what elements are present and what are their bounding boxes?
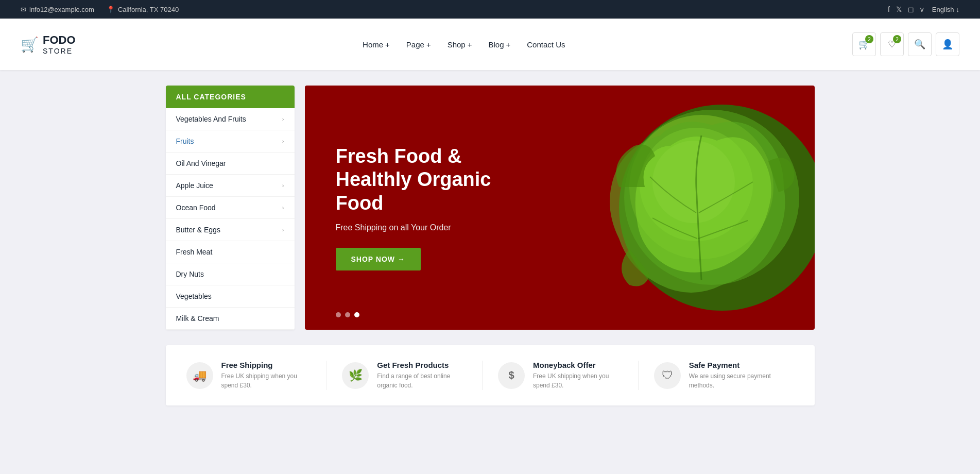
cart-button[interactable]: 🛒 2 — [852, 32, 876, 56]
top-bar: ✉ info12@example.com 📍 California, TX 70… — [0, 0, 980, 19]
sidebar-item-label: Vegetables And Fruits — [176, 115, 246, 123]
twitter-icon[interactable]: 𝕏 — [896, 5, 902, 13]
feature-free-shipping-text: Free Shipping Free UK shipping when you … — [221, 361, 311, 390]
location-text: California, TX 70240 — [118, 6, 179, 13]
main-content: ALL CATEGORIES Vegetables And Fruits › F… — [156, 86, 825, 330]
sidebar-item-label: Fruits — [176, 137, 194, 145]
features-inner: 🚚 Free Shipping Free UK shipping when yo… — [166, 345, 815, 405]
feature-safe-payment: 🛡 Safe Payment We are using secure payme… — [639, 361, 794, 390]
location-icon: 📍 — [107, 6, 115, 13]
sidebar-item-apple-juice[interactable]: Apple Juice › — [166, 175, 295, 197]
instagram-icon[interactable]: ◻ — [908, 5, 914, 13]
language-selector[interactable]: English ↓ — [932, 6, 959, 13]
sidebar-item-vegetables[interactable]: Vegetables — [166, 285, 295, 308]
slider-dot-2[interactable] — [345, 312, 350, 317]
sidebar-item-label: Fresh Meat — [176, 248, 213, 256]
top-bar-right: f 𝕏 ◻ v English ↓ — [888, 5, 959, 13]
nav-shop[interactable]: Shop + — [448, 40, 472, 49]
main-nav: Home + Page + Shop + Blog + Contact Us — [363, 40, 565, 49]
feature-moneyback: $ Moneyback Offer Free UK shipping when … — [483, 361, 639, 390]
sidebar-item-milk-and-cream[interactable]: Milk & Cream — [166, 308, 295, 330]
sidebar-item-label: Vegetables — [176, 292, 212, 300]
sidebar: ALL CATEGORIES Vegetables And Fruits › F… — [166, 86, 295, 330]
lettuce-illustration — [568, 86, 815, 330]
user-icon: 👤 — [942, 39, 953, 50]
sidebar-item-vegetables-and-fruits[interactable]: Vegetables And Fruits › — [166, 108, 295, 130]
facebook-icon[interactable]: f — [888, 5, 890, 13]
chevron-right-icon: › — [282, 182, 284, 189]
slider-dot-3[interactable] — [354, 312, 359, 317]
location-info: 📍 California, TX 70240 — [107, 6, 179, 13]
feature-fresh-products-text: Get Fresh Products Find a range of best … — [377, 361, 467, 390]
header-actions: 🛒 2 ♡ 2 🔍 👤 — [852, 32, 959, 56]
feature-title: Safe Payment — [689, 361, 779, 369]
leaf-icon: 🌿 — [342, 362, 369, 389]
sidebar-item-dry-nuts[interactable]: Dry Nuts — [166, 263, 295, 285]
chevron-right-icon: › — [282, 138, 284, 144]
sidebar-item-label: Milk & Cream — [176, 314, 219, 323]
top-bar-left: ✉ info12@example.com 📍 California, TX 70… — [21, 6, 179, 13]
slider-dot-1[interactable] — [336, 312, 341, 317]
language-arrow: ↓ — [956, 6, 960, 13]
feature-title: Moneyback Offer — [533, 361, 623, 369]
logo[interactable]: 🛒 FODO STORE — [21, 33, 76, 55]
nav-contact[interactable]: Contact Us — [527, 40, 565, 49]
search-button[interactable]: 🔍 — [908, 32, 932, 56]
feature-title: Free Shipping — [221, 361, 311, 369]
features-bar: 🚚 Free Shipping Free UK shipping when yo… — [156, 345, 825, 405]
sidebar-item-label: Dry Nuts — [176, 270, 204, 278]
feature-safe-payment-text: Safe Payment We are using secure payment… — [689, 361, 779, 390]
feature-desc: We are using secure payment methods. — [689, 371, 779, 390]
vimeo-icon[interactable]: v — [920, 5, 924, 13]
feature-desc: Free UK shipping when you spend £30. — [221, 371, 311, 390]
nav-home[interactable]: Home + — [363, 40, 390, 49]
logo-subtext: STORE — [43, 47, 76, 55]
email-text: info12@example.com — [29, 6, 94, 13]
feature-fresh-products: 🌿 Get Fresh Products Find a range of bes… — [326, 361, 483, 390]
user-button[interactable]: 👤 — [936, 32, 959, 56]
email-info: ✉ info12@example.com — [21, 6, 94, 13]
email-icon: ✉ — [21, 6, 26, 13]
shield-icon: 🛡 — [654, 362, 681, 389]
dollar-icon: $ — [498, 362, 525, 389]
sidebar-item-label: Oil And Vinegar — [176, 159, 226, 167]
feature-desc: Find a range of best online organic food… — [377, 371, 467, 390]
nav-page[interactable]: Page + — [406, 40, 431, 49]
search-icon: 🔍 — [914, 39, 925, 50]
wishlist-button[interactable]: ♡ 2 — [880, 32, 904, 56]
social-icons: f 𝕏 ◻ v — [888, 5, 924, 13]
sidebar-item-butter-and-eggs[interactable]: Butter & Eggs › — [166, 219, 295, 241]
logo-cart-icon: 🛒 — [21, 36, 39, 53]
feature-desc: Free UK shipping when you spend £30. — [533, 371, 623, 390]
sidebar-item-ocean-food[interactable]: Ocean Food › — [166, 197, 295, 219]
feature-free-shipping: 🚚 Free Shipping Free UK shipping when yo… — [186, 361, 327, 390]
feature-title: Get Fresh Products — [377, 361, 467, 369]
hero-content: Fresh Food & Healthly Organic Food Free … — [305, 114, 562, 302]
sidebar-item-oil-and-vinegar[interactable]: Oil And Vinegar — [166, 153, 295, 175]
chevron-right-icon: › — [282, 227, 284, 233]
language-label: English — [932, 6, 954, 13]
sidebar-item-fruits[interactable]: Fruits › — [166, 130, 295, 153]
nav-blog[interactable]: Blog + — [488, 40, 510, 49]
chevron-right-icon: › — [282, 205, 284, 211]
hero-slider: Fresh Food & Healthly Organic Food Free … — [305, 86, 815, 330]
hero-subtitle: Free Shipping on all Your Order — [336, 223, 531, 232]
sidebar-item-label: Apple Juice — [176, 181, 213, 190]
cart-badge: 2 — [865, 35, 873, 43]
shop-now-button[interactable]: SHOP NOW → — [336, 248, 421, 270]
truck-icon: 🚚 — [186, 362, 213, 389]
header: 🛒 FODO STORE Home + Page + Shop + Blog +… — [0, 19, 980, 70]
logo-text: FODO — [43, 33, 76, 46]
sidebar-item-label: Ocean Food — [176, 204, 216, 212]
wishlist-badge: 2 — [893, 35, 901, 43]
chevron-right-icon: › — [282, 116, 284, 122]
hero-title: Fresh Food & Healthly Organic Food — [336, 145, 531, 215]
sidebar-item-fresh-meat[interactable]: Fresh Meat — [166, 241, 295, 263]
hero-image — [534, 86, 815, 330]
sidebar-header: ALL CATEGORIES — [166, 86, 295, 108]
feature-moneyback-text: Moneyback Offer Free UK shipping when yo… — [533, 361, 623, 390]
slider-dots — [336, 312, 359, 317]
sidebar-item-label: Butter & Eggs — [176, 226, 220, 234]
